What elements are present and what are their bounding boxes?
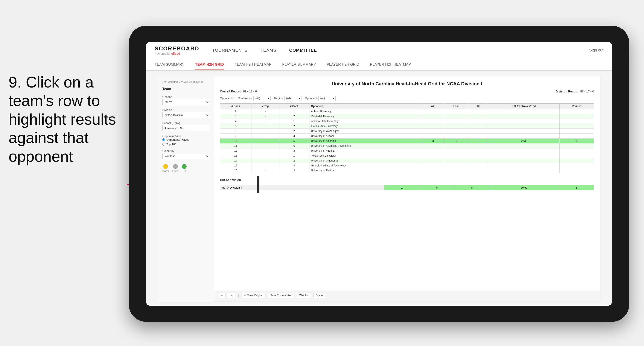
- subnav-player-summary[interactable]: PLAYER SUMMARY: [282, 60, 316, 69]
- subnav-team-h2h-heatmap[interactable]: TEAM H2H HEATMAP: [235, 60, 272, 69]
- content-title: University of North Carolina Head-to-Hea…: [220, 81, 594, 87]
- save-custom-btn[interactable]: Save Custom View: [268, 293, 294, 298]
- out-of-division-row[interactable]: NCAA Division II 1 0 0 26.00 3: [220, 185, 594, 190]
- table-row[interactable]: 8-2University of Washington: [220, 128, 594, 133]
- col-loss: Loss: [444, 103, 469, 109]
- subnav: TEAM SUMMARY TEAM H2H GRID TEAM H2H HEAT…: [146, 59, 612, 71]
- table-row[interactable]: 6-2Florida State University: [220, 124, 594, 128]
- conference-select[interactable]: (All): [254, 96, 270, 101]
- sign-out-button[interactable]: Sign out: [589, 48, 604, 52]
- logo-brand: clippd: [171, 52, 180, 55]
- conference-label: Conference: [238, 96, 252, 100]
- undo-btn[interactable]: ←: [218, 293, 226, 298]
- redo-btn[interactable]: →: [228, 293, 235, 298]
- sidebar-team-label: Team: [162, 87, 209, 91]
- eye-icon: 👁: [244, 294, 246, 297]
- table-row[interactable]: 13-1Texas Tech University: [220, 153, 594, 158]
- col-conf: # Conf: [279, 103, 309, 109]
- col-opponent: Opponent: [309, 103, 422, 109]
- nav-teams[interactable]: TEAMS: [260, 46, 276, 54]
- opponent-select[interactable]: (All): [318, 96, 336, 101]
- table-row[interactable]: 4-1Arizona State University: [220, 119, 594, 124]
- out-of-division-table: NCAA Division II 1 0 0 26.00 3: [220, 185, 594, 190]
- main-content: Last Updated: 27/03/2024 16:55:38 Team G…: [146, 71, 612, 306]
- tablet-device: SCOREBOARD Powered by clippd TOURNAMENTS…: [129, 26, 629, 322]
- tablet-side-button: [257, 176, 260, 193]
- col-diff: Diff Av Strokes/Rnd: [488, 103, 560, 109]
- filter-group-region: Region (All): [274, 96, 301, 101]
- sidebar-school-label: School (Rank): [162, 121, 209, 125]
- sidebar-opponent-view-label: Opponent View: [162, 134, 209, 138]
- tablet-screen: SCOREBOARD Powered by clippd TOURNAMENTS…: [146, 42, 612, 306]
- legend: Down Level Up: [162, 164, 209, 173]
- table-row[interactable]: 12-3University of Virginia: [220, 148, 594, 153]
- nav-items: TOURNAMENTS TEAMS COMMITTEE: [212, 46, 576, 54]
- legend-level: Level: [172, 164, 179, 173]
- share-btn[interactable]: Share: [314, 293, 325, 298]
- col-rounds: Rounds: [560, 103, 594, 109]
- table-row[interactable]: 11-6University of Arkansas, Fayetteville: [220, 143, 594, 148]
- out-div-diff: 26.00: [490, 185, 559, 190]
- sidebar: Last Updated: 27/03/2024 16:55:38 Team G…: [158, 76, 214, 301]
- logo: SCOREBOARD Powered by clippd: [154, 45, 199, 55]
- opponents-label: Opponents:: [220, 96, 234, 100]
- records-row: Overall Record: 89 - 17 - 0 Division Rec…: [220, 90, 594, 93]
- sidebar-school-input[interactable]: [162, 125, 209, 131]
- content-area: University of North Carolina Head-to-Hea…: [214, 76, 600, 290]
- filter-group-opponent: Opponent (All): [305, 96, 336, 101]
- app-panel: Last Updated: 27/03/2024 16:55:38 Team G…: [158, 76, 600, 301]
- logo-scoreboard: SCOREBOARD: [154, 45, 199, 52]
- table-row[interactable]: 3-2Vanderbilt University: [220, 114, 594, 119]
- out-div-loss: 0: [420, 185, 454, 190]
- region-select[interactable]: (All): [284, 96, 302, 101]
- sidebar-colour-label: Colour by: [162, 149, 209, 152]
- subnav-team-h2h-grid[interactable]: TEAM H2H GRID: [195, 60, 224, 69]
- subnav-player-h2h-heatmap[interactable]: PLAYER H2H HEATMAP: [370, 60, 411, 69]
- legend-up-dot: [182, 164, 186, 169]
- scene: 9. Click on a team's row to highlight re…: [0, 0, 644, 346]
- subnav-team-summary[interactable]: TEAM SUMMARY: [154, 60, 184, 69]
- region-label: Region: [274, 96, 283, 100]
- logo-powered: Powered by clippd: [154, 52, 199, 55]
- filter-group-conference: Conference (All): [238, 96, 270, 101]
- division-record: Division Record: 88 - 17 - 0: [556, 90, 594, 93]
- col-win: Win: [422, 103, 444, 109]
- sidebar-radio-top100[interactable]: Top 100: [162, 143, 209, 146]
- sidebar-radio-opponents[interactable]: Opponents Played: [162, 138, 209, 141]
- annotation-text: 9. Click on a team's row to highlight re…: [8, 73, 133, 166]
- sidebar-colour-select[interactable]: Win/loss: [162, 153, 209, 159]
- sidebar-division-label: Division: [162, 108, 209, 111]
- sidebar-division-select[interactable]: NCAA Division I: [162, 112, 209, 118]
- table-row[interactable]: 2-1Auburn University: [220, 109, 594, 114]
- navbar: SCOREBOARD Powered by clippd TOURNAMENTS…: [146, 42, 612, 59]
- annotation-label: 9. Click on a team's row to highlight re…: [8, 74, 116, 165]
- table-row[interactable]: 9-3University of Arizona: [220, 133, 594, 138]
- col-tie: Tie: [469, 103, 488, 109]
- legend-down-dot: [163, 164, 168, 169]
- col-rank: # Rank: [220, 103, 252, 109]
- col-reg: # Reg: [252, 103, 279, 109]
- table-row[interactable]: 10-5University of Alabama3002.618: [220, 138, 594, 143]
- out-div-rounds: 3: [559, 185, 594, 190]
- legend-up: Up: [182, 164, 186, 173]
- toolbar: ← → | 👁 View: Original Save Custom View: [214, 290, 600, 301]
- opponent-label: Opponent: [305, 96, 317, 100]
- filters-row: Opponents: Conference (All) Region: [220, 96, 594, 101]
- h2h-table: # Rank # Reg # Conf Opponent Win Loss Ti…: [220, 103, 594, 173]
- subnav-player-h2h-grid[interactable]: PLAYER H2H GRID: [326, 60, 359, 69]
- watch-btn[interactable]: Watch ▾: [297, 293, 311, 298]
- legend-down: Down: [162, 164, 169, 173]
- out-div-label: NCAA Division II: [220, 185, 384, 190]
- out-of-division-label: Out of division: [220, 178, 594, 182]
- nav-tournaments[interactable]: TOURNAMENTS: [212, 46, 248, 54]
- table-row[interactable]: 14-2University of Oklahoma: [220, 158, 594, 163]
- table-row[interactable]: 16-3University of Florida: [220, 168, 594, 173]
- sidebar-gender-label: Gender: [162, 95, 209, 98]
- view-original-btn[interactable]: 👁 View: Original: [242, 293, 266, 298]
- table-row[interactable]: 15-4Georgia Institute of Technology: [220, 163, 594, 168]
- nav-committee[interactable]: COMMITTEE: [289, 46, 317, 54]
- overall-record: Overall Record: 89 - 17 - 0: [220, 90, 257, 93]
- sidebar-gender-select[interactable]: Men's: [162, 99, 209, 105]
- out-div-win: 1: [384, 185, 420, 190]
- out-div-tie: 0: [454, 185, 490, 190]
